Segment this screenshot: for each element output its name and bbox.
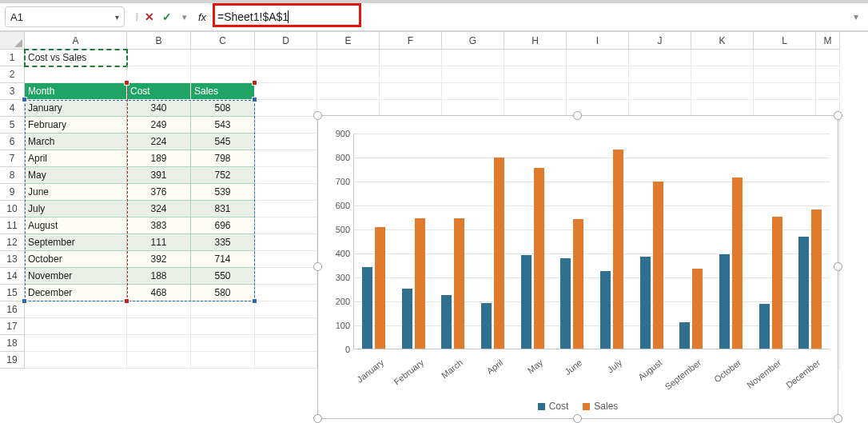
chart-resize-handle[interactable] (834, 262, 842, 271)
row-header[interactable]: 12 (0, 234, 25, 251)
cell[interactable] (25, 66, 127, 83)
cell[interactable] (127, 335, 191, 352)
insert-function-button[interactable]: fx (193, 8, 211, 26)
cell[interactable] (255, 318, 317, 335)
bar-cost[interactable] (679, 322, 690, 349)
table-value-cell[interactable]: 545 (191, 134, 255, 150)
bar-sales[interactable] (653, 182, 663, 349)
row-header[interactable]: 13 (0, 251, 25, 268)
cell[interactable] (127, 301, 191, 318)
cell[interactable] (691, 66, 754, 83)
bar-cost[interactable] (600, 271, 611, 349)
bar-sales[interactable] (772, 217, 782, 349)
column-header[interactable]: D (255, 32, 317, 50)
cell[interactable] (25, 352, 127, 369)
range-handle[interactable] (252, 298, 257, 304)
bar-sales[interactable] (375, 227, 385, 349)
row-header[interactable]: 1 (0, 50, 25, 66)
series-handle[interactable] (124, 298, 129, 304)
cell[interactable] (691, 50, 754, 66)
table-value-cell[interactable]: 543 (191, 117, 255, 134)
bar-sales[interactable] (454, 218, 464, 349)
table-month-cell[interactable]: May (25, 167, 127, 184)
bar-cost[interactable] (560, 258, 571, 349)
table-value-cell[interactable]: 376 (127, 184, 191, 201)
bar-sales[interactable] (811, 210, 822, 349)
enter-formula-button[interactable]: ✓ (158, 8, 176, 26)
table-value-cell[interactable]: 392 (127, 251, 191, 268)
cell[interactable] (255, 301, 317, 318)
cell[interactable] (255, 50, 317, 66)
table-value-cell[interactable]: 539 (191, 184, 255, 201)
bar-sales[interactable] (415, 218, 425, 349)
cancel-formula-button[interactable]: ✕ (141, 8, 158, 26)
cell[interactable] (127, 352, 191, 369)
cell[interactable] (504, 83, 567, 100)
row-header[interactable]: 11 (0, 217, 25, 234)
chevron-down-icon[interactable]: ▾ (115, 13, 119, 22)
table-header-cell[interactable]: Sales (191, 83, 255, 100)
table-month-cell[interactable]: November (25, 268, 127, 285)
row-header[interactable]: 17 (0, 318, 25, 335)
chart-resize-handle[interactable] (573, 111, 582, 120)
table-month-cell[interactable]: October (25, 251, 127, 268)
cell[interactable] (255, 352, 317, 369)
row-header[interactable]: 7 (0, 150, 25, 167)
cell[interactable] (317, 66, 380, 83)
cell[interactable] (629, 66, 691, 83)
name-box[interactable]: A1 ▾ (5, 6, 125, 27)
cell[interactable] (629, 100, 691, 117)
formula-input[interactable]: =Sheet1!$A$1 (216, 6, 849, 27)
fx-dropdown-icon[interactable]: ▾ (176, 8, 193, 26)
range-handle[interactable] (22, 298, 27, 304)
cell[interactable] (127, 66, 191, 83)
table-month-cell[interactable]: January (25, 100, 127, 117)
bar-cost[interactable] (362, 267, 372, 349)
cell[interactable] (504, 50, 567, 66)
table-value-cell[interactable]: 798 (191, 150, 255, 167)
series-handle[interactable] (252, 80, 257, 86)
cell[interactable] (567, 83, 629, 100)
row-header[interactable]: 8 (0, 167, 25, 184)
cell[interactable] (255, 83, 317, 100)
table-value-cell[interactable]: 224 (127, 134, 191, 150)
cell[interactable] (442, 66, 504, 83)
series-handle[interactable] (124, 80, 129, 86)
cell[interactable] (255, 234, 317, 251)
table-month-cell[interactable]: September (25, 234, 127, 251)
cell[interactable] (691, 100, 754, 117)
bar-cost[interactable] (719, 254, 730, 349)
cell[interactable] (191, 301, 255, 318)
cell[interactable] (255, 167, 317, 184)
table-value-cell[interactable]: 335 (191, 234, 255, 251)
table-value-cell[interactable]: 188 (127, 268, 191, 285)
column-header[interactable]: C (191, 32, 255, 50)
table-value-cell[interactable]: 383 (127, 217, 191, 234)
row-header[interactable]: 18 (0, 335, 25, 352)
table-value-cell[interactable]: 391 (127, 167, 191, 184)
chart-resize-handle[interactable] (834, 414, 842, 423)
cell[interactable] (255, 217, 317, 234)
table-month-cell[interactable]: December (25, 285, 127, 301)
table-month-cell[interactable]: March (25, 134, 127, 150)
bar-cost[interactable] (759, 304, 770, 349)
cell[interactable] (191, 335, 255, 352)
cell[interactable] (25, 301, 127, 318)
cell[interactable] (754, 100, 816, 117)
cell[interactable] (255, 150, 317, 167)
row-header[interactable]: 9 (0, 184, 25, 201)
cell[interactable] (191, 50, 255, 66)
cell[interactable] (816, 83, 840, 100)
cell[interactable] (504, 66, 567, 83)
cell[interactable] (380, 50, 442, 66)
column-header[interactable]: I (567, 32, 629, 50)
cell[interactable] (442, 100, 504, 117)
cell[interactable] (567, 66, 629, 83)
cell[interactable] (380, 83, 442, 100)
cell[interactable] (754, 66, 816, 83)
bar-sales[interactable] (613, 150, 623, 349)
title-cell[interactable]: Cost vs Sales (25, 50, 127, 66)
table-value-cell[interactable]: 340 (127, 100, 191, 117)
table-month-cell[interactable]: April (25, 150, 127, 167)
cell[interactable] (255, 66, 317, 83)
